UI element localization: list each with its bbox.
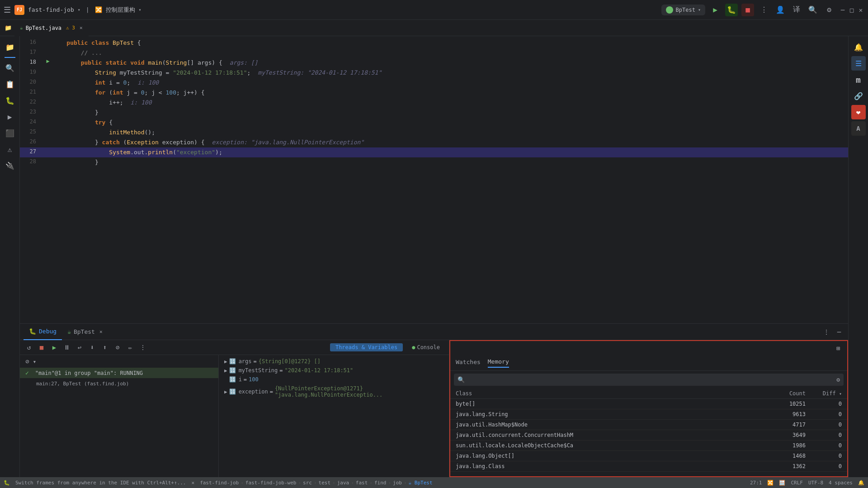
mem-row-6[interactable]: java.lang.Class 1362 0 [450,461,847,472]
tab-watches[interactable]: Watches [456,359,481,367]
frame-item-main[interactable]: ✓ "main"@1 in group "main": RUNNING [20,368,218,378]
thread-dropdown[interactable]: ▾ [33,358,36,365]
structure-icon: 🔀 [95,6,102,13]
a-icon[interactable]: A [851,121,866,136]
sidebar-project-icon[interactable]: 📁 [3,40,17,54]
heart-icon[interactable]: ❤ [851,105,866,119]
line-num-25: 25 [22,128,43,135]
restart-button[interactable]: ↺ [24,342,34,353]
bread-test[interactable]: test [319,480,331,486]
col-count-header[interactable]: Count [769,390,806,397]
memory-search-input[interactable] [467,377,834,383]
project-dropdown-arrow[interactable]: ▾ [78,7,80,12]
step-out-button[interactable]: ⬆ [99,342,110,353]
search-button[interactable]: 🔍 [807,4,819,16]
col-diff-header[interactable]: Diff ▾ [806,390,842,397]
var-expand-arrow[interactable]: ▶ [224,359,227,365]
profile-button[interactable]: 👤 [774,4,787,16]
run-gutter-18[interactable]: ▶ [43,58,52,64]
debug-button[interactable]: 🐛 [725,4,738,16]
bptest-tab-close[interactable]: ✕ [99,329,103,335]
folder-button[interactable]: 📁 [2,22,14,34]
bread-src[interactable]: src [303,480,312,486]
mem-row-2[interactable]: java.util.HashMap$Node 4717 0 [450,420,847,430]
run-config[interactable]: BpTest ▾ [661,5,705,15]
edit-button[interactable]: ✏ [125,342,136,353]
stop-debug-button[interactable]: ■ [36,342,47,353]
bread-bptest[interactable]: ☕ BpTest [409,480,433,486]
mem-count-3: 3649 [769,432,806,438]
var-exception[interactable]: ▶ 🔢 exception = {NullPointerException@12… [221,384,447,399]
sidebar-structure-icon[interactable]: 📋 [3,77,17,91]
step-over-button[interactable]: ↩ [74,342,85,353]
toolbar-more-button[interactable]: ⋮ [821,327,832,337]
sidebar-terminal-icon[interactable]: ⬛ [3,126,17,140]
filter-icon[interactable]: ⊘ [25,358,29,365]
bread-fastfindjob[interactable]: fast-find-job [200,480,239,486]
encoding[interactable]: UTF-8 [808,480,823,486]
mem-row-0[interactable]: byte[] 10251 0 [450,399,847,409]
settings-button[interactable]: ⚙ [823,4,835,16]
link-icon[interactable]: 🔗 [851,89,866,103]
tab-debug[interactable]: 🐛 Debug [24,324,62,340]
maximize-button[interactable]: □ [848,6,855,14]
sidebar-debug-icon[interactable]: 🐛 [3,93,17,108]
status-close[interactable]: ✕ [192,480,195,486]
menu-icon[interactable]: ☰ [4,5,11,14]
mem-row-5[interactable]: java.lang.Object[] 1468 0 [450,451,847,461]
line-content-22: i++;i: 100 [52,98,846,108]
pause-button[interactable]: ⏸ [61,342,72,353]
toolbar-minimize-button[interactable]: ─ [834,327,844,337]
subtab-threads[interactable]: Threads & Variables [330,343,403,351]
memory-settings-icon[interactable]: ⚙ [836,376,840,383]
file-tabs: 📁 ☕ BpTest.java ⚠ 3 ✕ [0,20,868,36]
m-icon[interactable]: m [851,72,866,87]
sidebar-plugins-icon[interactable]: 🔌 [3,158,17,173]
run-button[interactable]: ▶ [709,4,722,16]
tab-bptest[interactable]: ☕ BpTest ✕ [62,324,108,340]
sidebar-commit-icon[interactable]: 🔍 [3,61,17,75]
structure-dropdown-arrow[interactable]: ▾ [139,7,142,12]
mem-row-3[interactable]: java.util.concurrent.ConcurrentHashM 364… [450,430,847,441]
bread-fast[interactable]: fast [356,480,368,486]
var-i[interactable]: ▶ 🔢 i = 100 [221,375,447,384]
bread-web[interactable]: fast-find-job-web [245,480,297,486]
force-run-button[interactable]: ⊘ [112,342,123,353]
subtab-console[interactable]: ●Console [406,343,445,351]
minimize-button[interactable]: ─ [839,6,846,14]
frame-item-location[interactable]: main:27, BpTest (fast.find.job) [20,378,218,389]
translate-button[interactable]: 译 [790,4,803,16]
mem-row-1[interactable]: java.lang.String 9613 0 [450,409,847,420]
notifications-icon[interactable]: 🔔 [858,480,864,486]
code-editor[interactable]: 16 public class BpTest { 17 // ... 18 ▶ … [20,36,848,323]
var-expand-arrow-2[interactable]: ▶ [224,368,227,374]
sidebar-problems-icon[interactable]: ⚠ [3,142,17,156]
file-tab-bptest[interactable]: ☕ BpTest.java ⚠ 3 ✕ [14,20,89,36]
var-expand-arrow-3[interactable]: ▶ [224,389,227,395]
indent[interactable]: 4 spaces [829,480,853,486]
run-config-dropdown[interactable]: ▾ [698,7,701,12]
line-sep[interactable]: CRLF [791,480,803,486]
project-name[interactable]: fast-find-job [28,6,74,13]
memory-grid-button[interactable]: ⊞ [833,343,844,354]
tab-memory[interactable]: Memory [488,358,509,368]
notifications-icon[interactable]: 🔔 [851,40,866,54]
stop-button[interactable]: ■ [741,4,754,16]
run-arrow-icon[interactable]: ▶ [46,58,49,64]
mem-row-4[interactable]: sun.util.locale.LocaleObjectCache$Ca 198… [450,441,847,451]
layers-icon[interactable]: ☰ [851,56,866,71]
bread-java[interactable]: java [337,480,349,486]
close-button[interactable]: ✕ [857,6,864,14]
resume-button[interactable]: ▶ [49,342,60,353]
bread-find[interactable]: find [374,480,387,486]
var-args[interactable]: ▶ 🔢 args = {String[0]@1272} [] [221,357,447,366]
more-button[interactable]: ⋮ [758,4,770,16]
more-debug-button[interactable]: ⋮ [137,342,148,353]
mem-class-3: java.util.concurrent.ConcurrentHashM [456,432,769,438]
var-myTestString[interactable]: ▶ 🔢 myTestString = "2024-01-12 17:18:51" [221,366,447,375]
structure-label[interactable]: 控制层重构 [106,6,135,14]
bread-job[interactable]: job [393,480,402,486]
sidebar-run-icon[interactable]: ▶ [3,109,17,124]
tab-close-button[interactable]: ✕ [80,25,83,31]
step-into-button[interactable]: ⬇ [87,342,98,353]
